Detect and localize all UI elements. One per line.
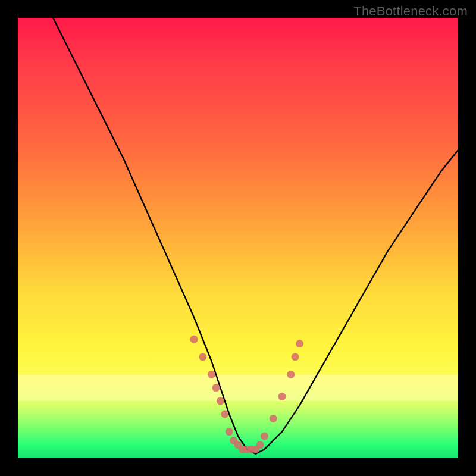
attribution-text: TheBottleneck.com [353,4,468,19]
marker-dot [221,411,228,418]
marker-dot [296,340,303,347]
marker-dot [261,433,268,440]
marker-dot [270,415,277,422]
marker-dot [190,336,198,343]
marker-dot [212,384,220,392]
marker-dot [226,428,233,436]
chart-svg [18,18,458,458]
marker-dot [256,441,264,449]
marker-dot [278,393,286,400]
marker-dot [199,353,206,361]
marker-dot [217,397,224,405]
bottleneck-curve [53,18,458,454]
marker-dot [292,353,299,361]
chart-frame [18,18,458,458]
marker-dot [287,371,295,378]
marker-dot [208,371,215,378]
marker-group [190,336,304,453]
